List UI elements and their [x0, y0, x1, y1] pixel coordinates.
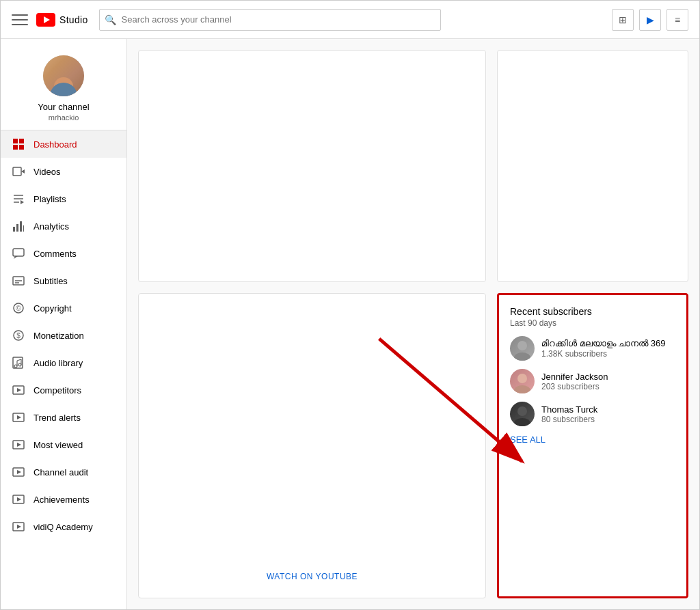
subscriber-item-3: Thomas Turck 80 subscribers — [510, 402, 675, 426]
svg-point-43 — [517, 341, 527, 350]
comments-icon — [12, 247, 25, 260]
vidiq-academy-icon — [12, 520, 25, 533]
svg-line-28 — [17, 359, 21, 361]
menu-button[interactable] — [12, 12, 28, 28]
avatar — [43, 55, 84, 96]
audio-library-icon — [12, 356, 25, 370]
svg-rect-13 — [16, 224, 18, 232]
subscriber-avatar-2 — [510, 369, 535, 393]
sidebar-item-competitors[interactable]: Competitors — [1, 376, 126, 404]
subscribers-period: Last 90 days — [510, 318, 675, 328]
play-icon: ▶ — [647, 14, 654, 25]
subscriber-avatar-3 — [510, 402, 535, 426]
subtitles-icon — [12, 274, 25, 288]
playlists-label: Playlists — [33, 194, 116, 204]
list-icon: ≡ — [675, 14, 680, 25]
trend-alerts-icon — [12, 411, 25, 424]
sidebar-item-audio-library[interactable]: Audio library — [1, 349, 126, 376]
sidebar-item-analytics[interactable]: Analytics — [1, 212, 126, 240]
youtube-icon — [36, 13, 55, 27]
svg-rect-2 — [13, 139, 18, 143]
sidebar: Your channel mrhackio Dashboard Videos — [1, 39, 127, 609]
main-content: WATCH ON YOUTUBE Recent subscribers Last… — [127, 39, 699, 609]
svg-rect-16 — [13, 249, 24, 256]
sidebar-item-achievements[interactable]: Achievements — [1, 486, 126, 513]
header-left: Studio — [12, 12, 88, 28]
svg-rect-5 — [19, 145, 24, 150]
body: Your channel mrhackio Dashboard Videos — [1, 39, 699, 609]
svg-rect-14 — [20, 221, 22, 232]
header-right: ⊞ ▶ ≡ — [612, 9, 688, 31]
achievements-label: Achievements — [33, 495, 116, 505]
sidebar-item-most-viewed[interactable]: Most viewed — [1, 431, 126, 458]
sidebar-item-trend-alerts[interactable]: Trend alerts — [1, 404, 126, 431]
subscriber-count-2: 203 subscribers — [541, 382, 675, 391]
vidiq-academy-label: vidiQ Academy — [33, 522, 116, 532]
analytics-icon — [12, 219, 25, 233]
sidebar-item-dashboard[interactable]: Dashboard — [1, 130, 126, 158]
play-button[interactable]: ▶ — [639, 9, 661, 31]
channel-audit-icon — [12, 465, 25, 479]
subscriber-item-1: മിറക്കിൾ മലയാളം ചാനൽ 369 1.38K subscribe… — [510, 336, 675, 361]
subscriber-info-1: മിറക്കിൾ മലയാളം ചാനൽ 369 1.38K subscribe… — [541, 338, 675, 359]
subtitles-label: Subtitles — [33, 276, 116, 286]
videos-label: Videos — [33, 167, 116, 177]
monetization-icon: $ — [12, 329, 25, 342]
subscribers-card: Recent subscribers Last 90 days മിറക്കിൾ — [497, 293, 688, 598]
search-bar: 🔍 — [99, 9, 441, 31]
watch-on-youtube-link[interactable]: WATCH ON YOUTUBE — [267, 572, 358, 581]
search-input[interactable] — [99, 9, 441, 31]
svg-marker-34 — [17, 415, 21, 419]
sidebar-item-channel-audit[interactable]: Channel audit — [1, 458, 126, 486]
achievements-icon — [12, 493, 25, 506]
sidebar-item-monetization[interactable]: $ Monetization — [1, 322, 126, 349]
svg-point-46 — [514, 385, 530, 393]
svg-rect-6 — [13, 167, 21, 176]
right-column: Recent subscribers Last 90 days മിറക്കിൾ — [497, 50, 688, 598]
playlists-icon — [12, 192, 25, 206]
avatar-image — [43, 55, 84, 96]
sidebar-item-subtitles[interactable]: Subtitles — [1, 267, 126, 294]
channel-audit-label: Channel audit — [33, 467, 116, 477]
svg-point-48 — [514, 418, 530, 426]
trend-alerts-label: Trend alerts — [33, 413, 116, 423]
svg-text:©: © — [16, 305, 21, 312]
svg-point-45 — [517, 374, 527, 383]
channel-name: Your channel — [38, 102, 89, 112]
svg-rect-3 — [19, 139, 24, 143]
dashboard-label: Dashboard — [33, 139, 116, 150]
monetization-label: Monetization — [33, 331, 116, 341]
sidebar-item-comments[interactable]: Comments — [1, 240, 126, 267]
copyright-icon: © — [12, 301, 25, 315]
sidebar-item-playlists[interactable]: Playlists — [1, 185, 126, 212]
svg-marker-38 — [17, 470, 21, 474]
grid-icon: ⊞ — [619, 14, 627, 25]
channel-handle: mrhackio — [49, 113, 79, 122]
right-top-card — [497, 50, 688, 282]
see-all-link[interactable]: SEE ALL — [510, 434, 675, 445]
subscriber-name-3: Thomas Turck — [541, 404, 675, 415]
subscriber-name-1: മിറക്കിൾ മലയാളം ചാനൽ 369 — [541, 338, 675, 349]
svg-text:$: $ — [16, 332, 21, 339]
dashboard-icon — [12, 137, 25, 151]
most-viewed-icon — [12, 438, 25, 452]
grid-view-button[interactable]: ⊞ — [612, 9, 634, 31]
sidebar-item-vidiq-academy[interactable]: vidiQ Academy — [1, 513, 126, 540]
subscriber-info-2: Jennifer Jackson 203 subscribers — [541, 372, 675, 391]
svg-rect-15 — [23, 225, 24, 232]
subscriber-info-3: Thomas Turck 80 subscribers — [541, 404, 675, 424]
audio-library-label: Audio library — [33, 358, 116, 368]
search-icon: 🔍 — [105, 14, 116, 25]
svg-point-26 — [14, 365, 17, 368]
left-column: WATCH ON YOUTUBE — [138, 50, 486, 598]
logo: Studio — [36, 13, 88, 27]
studio-label: Studio — [59, 14, 88, 25]
svg-point-44 — [514, 352, 530, 361]
subscribers-title: Recent subscribers — [510, 306, 675, 317]
svg-marker-42 — [17, 525, 21, 529]
list-view-button[interactable]: ≡ — [667, 9, 688, 31]
videos-icon — [12, 165, 25, 178]
sidebar-item-videos[interactable]: Videos — [1, 158, 126, 185]
sidebar-item-copyright[interactable]: © Copyright — [1, 294, 126, 322]
copyright-label: Copyright — [33, 303, 116, 314]
